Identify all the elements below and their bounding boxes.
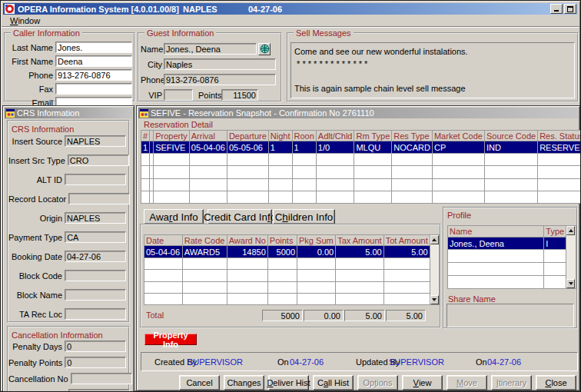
booking-date-field — [65, 251, 126, 262]
reservation-detail-title: Reservation Detail — [144, 120, 213, 129]
column-header: Night — [268, 131, 292, 141]
reservation-table: # Property Arrival Departure Night Roon … — [141, 130, 581, 204]
field-row: Last Name — [7, 42, 132, 53]
crs-window-client: CRS Information Insert Source Insert Src… — [5, 119, 131, 392]
caller-group-title: Caller Information — [11, 28, 82, 38]
column-header: Rate Code — [182, 235, 227, 246]
minimize-button[interactable] — [550, 4, 563, 14]
award-row-selected[interactable]: 05-04-06 AWARD5 14850 5000 0.00 5.00 5.0… — [144, 246, 430, 258]
empty-row — [141, 191, 581, 203]
field-row: Phone — [7, 69, 132, 81]
column-header: Arrival — [189, 131, 227, 141]
column-header: Res Type — [392, 131, 433, 141]
menu-window[interactable]: Window — [7, 16, 43, 25]
profile-row-selected[interactable]: Jones., Deena I — [448, 238, 566, 250]
arrow-up-icon — [432, 238, 437, 241]
award-scrollbar[interactable] — [430, 234, 440, 305]
penalty-days-label: Penalty Days — [8, 342, 62, 351]
close-button[interactable]: Close — [536, 375, 576, 390]
column-header: Type — [544, 226, 566, 238]
column-header: Date — [144, 235, 183, 246]
scrollbar-down-button[interactable] — [430, 295, 439, 304]
field-row: Payment Type — [8, 231, 128, 243]
column-header: Tax Amount — [336, 235, 383, 246]
opera-app-icon — [5, 4, 15, 14]
guest-name-label: Name — [141, 45, 162, 54]
guest-city-field — [164, 58, 276, 70]
field-row: Insert Src Type — [8, 154, 128, 166]
sell-message-line: This is again sample chain level sell me… — [294, 82, 571, 95]
column-header: Departure — [227, 131, 268, 141]
profile-table: Name Type Jones., Deena I — [447, 225, 566, 289]
call-hist-button[interactable]: Call Hist — [313, 375, 354, 390]
insert-src-type-label: Insert Src Type — [8, 156, 65, 165]
maximize-button[interactable] — [564, 4, 576, 14]
minimize-icon — [554, 10, 559, 12]
titlebar-date: 04-27-06 — [248, 5, 282, 14]
award-total-row: Total 5000 0.00 5.00 5.00 — [141, 310, 440, 322]
origin-label: Origin — [8, 214, 62, 223]
empty-row — [144, 270, 430, 281]
empty-row — [141, 166, 581, 178]
empty-row — [144, 258, 430, 270]
field-row: Fax — [7, 83, 132, 95]
total-points: 5000 — [262, 310, 303, 321]
profile-title: Profile — [447, 211, 576, 220]
first-name-input[interactable] — [55, 55, 132, 67]
tab-award-info[interactable]: Award Info — [144, 209, 204, 224]
cancellation-dt-field — [68, 389, 130, 392]
property-info-button[interactable]: Property Info — [144, 334, 197, 345]
column-header: Rm Type — [354, 131, 392, 141]
column-header: # — [141, 131, 150, 141]
empty-row — [141, 178, 581, 191]
field-row: Origin — [8, 212, 128, 224]
ta-rec-loc-label: TA Rec Loc — [8, 310, 62, 319]
button-bar: Cancel Changes Deliver Hist Call Hist Op… — [139, 375, 576, 391]
reservation-table-wrap: # Property Arrival Departure Night Roon … — [141, 130, 581, 204]
award-table: Date Rate Code Award No Points Pkg Sum T… — [144, 234, 430, 305]
payment-type-label: Payment Type — [8, 233, 62, 242]
field-row: ALT ID — [8, 174, 128, 185]
scrollbar-up-button[interactable] — [566, 226, 575, 235]
scrollbar-up-button[interactable] — [430, 235, 439, 244]
fax-label: Fax — [7, 85, 53, 94]
cancel-button[interactable]: Cancel — [179, 375, 220, 390]
window-title: OPERA Information System [4.0.01.00/8] — [18, 5, 179, 14]
empty-row — [144, 293, 430, 304]
column-header: Roon — [292, 131, 316, 141]
origin-field — [65, 212, 126, 224]
field-row: Booking Date — [8, 251, 128, 262]
tab-children-info[interactable]: Children Info — [273, 209, 335, 224]
caller-phone-input[interactable] — [55, 69, 132, 81]
tab-credit-card-info[interactable]: Credit Card Info — [208, 209, 272, 224]
profile-header-row: Name Type — [448, 226, 566, 238]
insert-source-label: Insert Source — [8, 137, 62, 146]
sell-messages-title: Sell Messages — [294, 28, 354, 38]
field-row: Phone — [141, 74, 279, 85]
reservation-row-selected[interactable]: 1 SEFIVE 05-04-06 05-05-06 1 1 1/0 MLQU … — [141, 141, 581, 154]
created-by-value: SUPERVISOR — [188, 357, 243, 367]
last-name-input[interactable] — [55, 42, 132, 53]
scrollbar-down-button[interactable] — [566, 279, 575, 288]
sell-message-line: Come and see our new wonderful instalati… — [294, 45, 571, 58]
profile-lookup-button[interactable] — [258, 43, 271, 55]
field-row: Block Code — [8, 270, 128, 281]
deliver-hist-button[interactable]: Deliver Hist — [268, 375, 309, 390]
arrow-up-icon — [569, 229, 573, 232]
fax-input[interactable] — [55, 83, 132, 95]
sell-message-line — [294, 70, 571, 82]
award-header-row: Date Rate Code Award No Points Pkg Sum T… — [144, 235, 430, 246]
column-header: Points — [267, 235, 297, 246]
view-button[interactable]: View — [402, 375, 443, 390]
titlebar: OPERA Information System [4.0.01.00/8] N… — [3, 3, 578, 15]
oracle-forms-icon — [6, 109, 15, 118]
field-row: Name — [141, 43, 279, 55]
profile-scrollbar[interactable] — [566, 225, 576, 289]
field-row: Insert Source — [8, 135, 128, 147]
changes-button[interactable]: Changes — [224, 375, 264, 390]
cancellation-section-title: Cancellation Information — [12, 331, 128, 340]
penalty-days-field — [65, 341, 126, 352]
field-row: Cancellation Dt — [8, 389, 128, 392]
empty-row — [448, 263, 566, 276]
sell-message-line: * * * * * * * * * * * * * — [294, 58, 571, 70]
